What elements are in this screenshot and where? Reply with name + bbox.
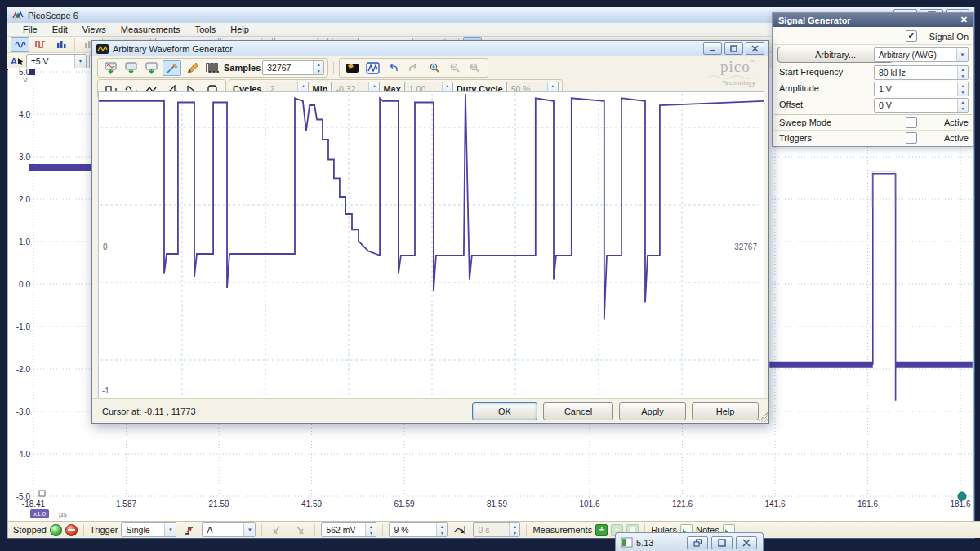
x-axis-label: 121.6 <box>672 500 693 509</box>
signal-generator-header[interactable]: Signal Generator ✕ <box>773 13 973 27</box>
amplitude-spinner[interactable]: 1 V ▲▼ <box>874 82 969 96</box>
x-axis-label: 61.59 <box>394 500 414 509</box>
import-from-file-button[interactable] <box>101 60 120 76</box>
trigger-marker2-icon-disabled <box>290 522 309 538</box>
divider <box>774 44 972 45</box>
y-axis-label: 0.0 <box>8 280 30 289</box>
channel-a-label: A <box>11 56 24 66</box>
ok-button[interactable]: OK <box>472 402 537 420</box>
post-trigger-arrow-icon[interactable] <box>451 522 470 538</box>
apply-button[interactable]: Apply <box>619 402 686 420</box>
stop-capture-button[interactable] <box>65 524 78 536</box>
add-measurement-button[interactable]: + <box>595 524 608 536</box>
spinner-arrows[interactable]: ▲▼ <box>957 66 968 79</box>
menu-item-views[interactable]: Views <box>75 24 114 34</box>
cursor-position-status: Cursor at: -0.11 , 11773 <box>102 407 196 416</box>
normalize-button[interactable] <box>343 60 362 76</box>
menu-item-measurements[interactable]: Measurements <box>114 24 188 34</box>
spinner-arrows[interactable]: ▲▼ <box>957 99 968 112</box>
chevron-down-icon: ▼ <box>956 48 968 61</box>
awg-waveform-canvas <box>99 92 764 399</box>
scope-view-button[interactable] <box>11 37 29 52</box>
close-icon[interactable]: ✕ <box>960 15 968 25</box>
x-zoom-badge[interactable]: x1.0 <box>30 509 49 518</box>
persistence-view-button[interactable] <box>31 37 50 52</box>
x-axis-label: 81.59 <box>487 500 507 509</box>
mini-window[interactable]: 5.13 <box>615 532 764 551</box>
signal-generator-title: Signal Generator <box>778 16 851 25</box>
zoom-full-button <box>466 60 484 76</box>
wave-type-dropdown[interactable]: Arbitrary (AWG) ▼ <box>874 47 969 62</box>
awg-bottom-label: -1 <box>102 386 109 395</box>
close-button[interactable] <box>746 42 764 55</box>
separator <box>526 524 527 536</box>
help-button[interactable]: Help <box>692 402 759 420</box>
menu-item-help[interactable]: Help <box>223 24 256 34</box>
sweep-mode-checkbox[interactable] <box>906 117 917 128</box>
freehand-draw-tool[interactable] <box>183 60 202 76</box>
minimize-button[interactable] <box>703 42 722 55</box>
x-axis-label: 1.587 <box>116 500 136 509</box>
x-axis-label: 161.6 <box>858 500 878 509</box>
cancel-button[interactable]: Cancel <box>543 402 613 420</box>
pre-trigger-spinner[interactable]: 9 % ▲▼ <box>389 522 448 537</box>
y-axis-label: 3.0 <box>8 153 30 162</box>
menu-item-tools[interactable]: Tools <box>188 24 224 34</box>
line-draw-tool[interactable] <box>163 60 181 76</box>
bit-pattern-tool[interactable] <box>203 60 222 76</box>
x-axis-label: 41.59 <box>301 500 322 509</box>
import-from-scope-button[interactable] <box>122 60 140 76</box>
y-axis-label: -2.0 <box>8 365 30 374</box>
zoom-out-button <box>445 60 464 76</box>
undo-button[interactable] <box>384 60 403 76</box>
awg-waveform-editor[interactable]: 0 32767 -1 <box>98 91 764 400</box>
signal-on-checkbox[interactable]: ✔ <box>906 30 917 42</box>
y-axis-label: 2.0 <box>8 195 30 204</box>
maximize-button[interactable] <box>711 536 733 549</box>
resize-grip[interactable] <box>758 412 768 422</box>
spinner-arrows: ▲▼ <box>509 523 519 536</box>
trigger-mode-dropdown[interactable]: Single ▼ <box>121 522 176 537</box>
start-frequency-spinner[interactable]: 80 kHz ▲▼ <box>874 65 969 80</box>
sweep-mode-label: Sweep Mode <box>779 118 831 127</box>
triggers-checkbox[interactable] <box>906 132 917 144</box>
menu-item-edit[interactable]: Edit <box>45 24 75 34</box>
divider <box>774 114 972 115</box>
awg-title-bar[interactable]: Arbitrary Waveform Generator <box>92 41 768 56</box>
trigger-level-spinner[interactable]: 562 mV ▲▼ <box>321 522 376 537</box>
separator <box>74 38 75 51</box>
trigger-source-dropdown[interactable]: A ▼ <box>202 522 256 537</box>
y-axis-unit: V <box>23 76 28 84</box>
y-axis-label: -1.0 <box>8 322 30 331</box>
triggers-label: Triggers <box>779 133 812 143</box>
separator <box>261 524 262 536</box>
separator <box>382 524 383 536</box>
awg-toolbar-row1: Samples 32767 ▲▼ <box>92 56 768 79</box>
maximize-button[interactable] <box>724 42 743 55</box>
offset-spinner[interactable]: 0 V ▲▼ <box>874 98 969 113</box>
spinner-arrows[interactable]: ▲▼ <box>313 61 323 74</box>
spinner-arrows[interactable]: ▲▼ <box>436 523 447 536</box>
samples-spinner[interactable]: 32767 ▲▼ <box>262 60 324 75</box>
close-button[interactable] <box>736 536 757 549</box>
spinner-arrows[interactable]: ▲▼ <box>365 523 376 536</box>
channel-a-range-dropdown[interactable]: ±5 V ▼ <box>26 54 87 69</box>
awg-zero-label: 0 <box>103 242 108 251</box>
amplitude-label: Amplitude <box>779 83 819 93</box>
y-axis-label: -4.0 <box>8 450 30 459</box>
y-axis-label: 5.0 <box>8 68 30 77</box>
popout-button[interactable] <box>687 536 708 549</box>
import-from-clipboard-button[interactable] <box>142 60 161 76</box>
y-axis-label: 1.0 <box>8 238 30 247</box>
start-capture-button[interactable] <box>50 524 62 536</box>
spinner-arrows[interactable]: ▲▼ <box>957 82 968 96</box>
awg-icon <box>96 44 109 54</box>
awg-dialog: Arbitrary Waveform Generator <box>91 40 769 424</box>
menu-item-file[interactable]: File <box>16 24 45 34</box>
trigger-edge-icon[interactable] <box>180 522 198 538</box>
x-axis-label: 101.6 <box>579 500 599 509</box>
smooth-waveform-button[interactable] <box>363 60 382 76</box>
signal-on-label: Signal On <box>929 32 969 42</box>
zoom-in-button[interactable] <box>425 60 443 76</box>
spectrum-view-button[interactable] <box>51 37 70 52</box>
